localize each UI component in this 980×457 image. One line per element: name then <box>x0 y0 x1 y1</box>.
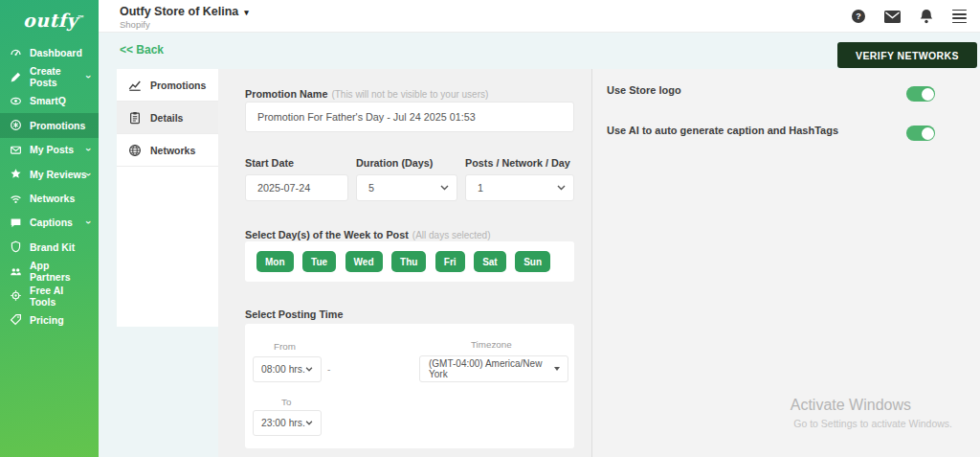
eye-icon <box>10 94 23 107</box>
outfy-logo: outfy™ <box>0 0 99 31</box>
envelope-icon <box>10 143 23 156</box>
tab-networks[interactable]: Networks <box>117 134 218 167</box>
sidebar-item-label: Pricing <box>30 314 64 326</box>
day-button-wed[interactable]: Wed <box>345 251 383 272</box>
day-button-tue[interactable]: Tue <box>302 251 336 272</box>
sidebar-item-brand-kit[interactable]: Brand Kit <box>0 235 99 259</box>
triangle-down-icon <box>554 367 560 371</box>
duration-label: Duration (Days) <box>356 157 457 169</box>
sidebar-item-networks[interactable]: Networks <box>0 186 99 210</box>
to-time-select[interactable]: 23:00 hrs. <box>253 410 322 436</box>
tag-icon <box>10 313 23 327</box>
sidebar-item-pricing[interactable]: Pricing <box>0 308 99 331</box>
chevron-down-icon <box>305 367 313 372</box>
wifi-icon <box>10 192 23 205</box>
activate-windows-watermark: Activate Windows <box>791 397 911 414</box>
use-store-logo-toggle[interactable] <box>906 86 935 102</box>
chevron-down-icon: › <box>83 148 95 151</box>
time-range-separator: - <box>327 364 330 375</box>
chevron-down-icon: › <box>83 221 95 225</box>
chat-icon <box>10 216 23 229</box>
sidebar-item-my-posts[interactable]: My Posts › <box>0 138 99 162</box>
people-icon <box>10 264 23 278</box>
sidebar-item-label: SmartQ <box>30 95 66 106</box>
use-ai-label: Use AI to auto generate caption and Hash… <box>607 125 838 136</box>
tab-label: Networks <box>150 145 195 156</box>
chevron-down-icon <box>305 421 313 425</box>
promotion-name-input[interactable]: Promotion For Father's Day - Jul 24 2025… <box>245 102 574 132</box>
sidebar-item-label: Captions <box>30 217 73 228</box>
gear-icon <box>10 289 23 303</box>
back-link[interactable]: << Back <box>120 43 164 57</box>
day-button-mon[interactable]: Mon <box>256 251 294 272</box>
to-label: To <box>281 397 291 407</box>
help-icon[interactable]: ? <box>852 10 865 23</box>
clipboard-icon <box>128 111 142 125</box>
top-bar: Outfy Store of Kelina▾ Shopify ? <box>99 0 980 33</box>
sidebar-item-smartq[interactable]: SmartQ <box>0 89 99 113</box>
tab-label: Details <box>150 112 183 124</box>
sidebar-item-label: Brand Kit <box>30 241 75 253</box>
sidebar-item-promotions[interactable]: Promotions <box>0 113 99 137</box>
sidebar-item-app-partners[interactable]: App Partners <box>0 260 99 284</box>
tab-details[interactable]: Details <box>117 102 218 134</box>
to-time-value: 23:00 hrs. <box>261 418 305 428</box>
toggle-knob <box>922 88 934 101</box>
menu-icon[interactable] <box>952 10 967 24</box>
sidebar-item-my-reviews[interactable]: My Reviews › <box>0 162 99 186</box>
store-name: Outfy Store of Kelina <box>120 5 238 18</box>
promotion-name-label: Promotion Name(This will not be visible … <box>245 84 488 102</box>
sidebar-item-create-posts[interactable]: Create Posts › <box>0 64 99 88</box>
use-store-logo-label: Use Store logo <box>607 84 681 96</box>
sidebar-item-label: Create Posts <box>30 65 87 88</box>
chevron-down-icon: › <box>83 172 95 176</box>
posts-per-network-select[interactable]: 1 <box>465 174 574 201</box>
shield-icon <box>10 240 23 254</box>
chevron-down-icon <box>440 185 449 191</box>
from-label: From <box>274 341 296 352</box>
toggle-knob <box>922 127 934 140</box>
bell-icon[interactable] <box>920 9 933 24</box>
store-switcher[interactable]: Outfy Store of Kelina▾ <box>120 5 249 18</box>
platform-label: Shopify <box>120 19 150 30</box>
sidebar-menu: Dashboard Create Posts › SmartQ Promotio… <box>0 40 99 332</box>
sidebar: outfy™ Dashboard Create Posts › SmartQ P… <box>0 0 99 457</box>
timezone-select[interactable]: (GMT-04:00) America/New York <box>419 355 568 382</box>
timezone-label: Timezone <box>471 339 512 350</box>
day-button-sun[interactable]: Sun <box>515 251 550 272</box>
sidebar-item-label: Free AI Tools <box>30 285 91 308</box>
sidebar-item-label: Promotions <box>30 120 85 131</box>
posts-per-network-value: 1 <box>478 182 483 194</box>
sidebar-item-label: My Reviews <box>30 169 87 180</box>
sidebar-item-free-ai-tools[interactable]: Free AI Tools <box>0 284 99 308</box>
promotion-name-hint: (This will not be visible to your users) <box>331 89 488 100</box>
pencil-icon <box>10 70 23 83</box>
promotion-details-form: Promotion Name(This will not be visible … <box>218 69 591 457</box>
posts-per-network-label: Posts / Network / Day <box>465 157 574 169</box>
select-days-hint: (All days selected) <box>412 230 491 240</box>
chevron-down-icon: › <box>83 75 95 79</box>
tab-promotions[interactable]: Promotions <box>117 69 218 102</box>
sidebar-item-captions[interactable]: Captions › <box>0 211 99 235</box>
chart-icon <box>128 79 142 92</box>
start-date-input[interactable]: 2025-07-24 <box>245 174 348 201</box>
day-button-fri[interactable]: Fri <box>435 251 465 272</box>
start-date-label: Start Date <box>245 157 348 169</box>
mail-icon[interactable] <box>884 11 901 23</box>
activate-windows-subtext: Go to Settings to activate Windows. <box>793 418 952 429</box>
from-time-select[interactable]: 08:00 hrs. <box>253 356 322 382</box>
sidebar-item-dashboard[interactable]: Dashboard <box>0 40 99 64</box>
duration-value: 5 <box>368 182 374 194</box>
sidebar-item-label: Dashboard <box>30 47 82 58</box>
chevron-down-icon <box>557 185 566 191</box>
from-time-value: 08:00 hrs. <box>261 364 305 375</box>
day-button-thu[interactable]: Thu <box>391 251 426 272</box>
day-selector: Mon Tue Wed Thu Fri Sat Sun <box>245 241 574 282</box>
sidebar-item-label: App Partners <box>30 260 91 283</box>
duration-select[interactable]: 5 <box>356 174 457 201</box>
dashboard-icon <box>10 46 23 59</box>
posting-time-label: Select Posting Time <box>245 308 343 320</box>
use-ai-toggle[interactable] <box>906 126 935 141</box>
verify-networks-button[interactable]: VERIFY NETWORKS <box>837 42 977 68</box>
day-button-sat[interactable]: Sat <box>474 251 506 272</box>
